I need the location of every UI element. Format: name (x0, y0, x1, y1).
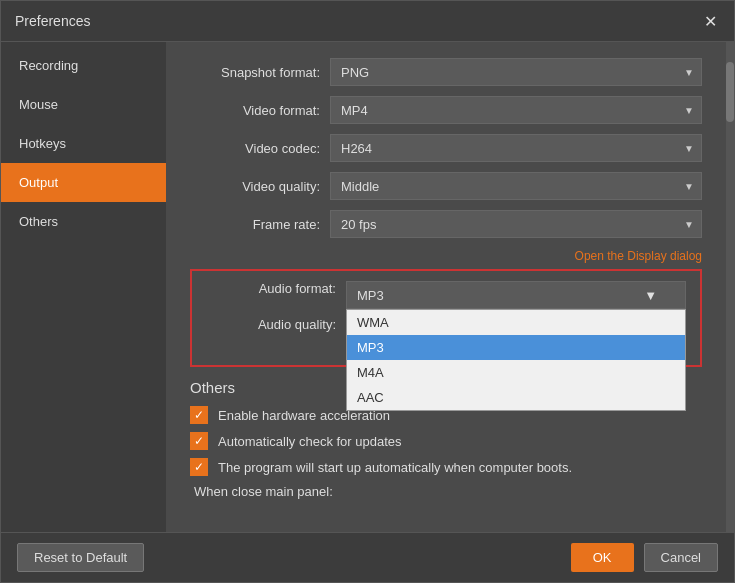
audio-quality-label: Audio quality: (206, 317, 336, 332)
video-format-select[interactable]: MP4 AVI MOV (330, 96, 702, 124)
when-close-row: When close main panel: (190, 484, 702, 499)
audio-format-dropdown-list: WMA MP3 M4A AAC (346, 309, 686, 411)
close-button[interactable]: ✕ (700, 11, 720, 31)
audio-option-m4a[interactable]: M4A (347, 360, 685, 385)
ok-button[interactable]: OK (571, 543, 634, 572)
ok-cancel-group: OK Cancel (571, 543, 718, 572)
snapshot-format-select[interactable]: PNG JPG BMP (330, 58, 702, 86)
audio-section: Audio format: MP3 ▼ WMA MP3 M4A AAC (190, 269, 702, 367)
video-format-row: Video format: MP4 AVI MOV ▼ (190, 96, 702, 124)
audio-option-wma[interactable]: WMA (347, 310, 685, 335)
frame-rate-wrapper: 15 fps 20 fps 30 fps ▼ (330, 210, 702, 238)
video-quality-wrapper: Low Middle High ▼ (330, 172, 702, 200)
auto-updates-label: Automatically check for updates (218, 434, 402, 449)
video-quality-row: Video quality: Low Middle High ▼ (190, 172, 702, 200)
sidebar-item-output[interactable]: Output (1, 163, 166, 202)
sidebar-item-recording[interactable]: Recording (1, 46, 166, 85)
title-bar: Preferences ✕ (1, 1, 734, 42)
reset-to-default-button[interactable]: Reset to Default (17, 543, 144, 572)
audio-format-label: Audio format: (206, 281, 336, 296)
audio-format-dropdown-container: MP3 ▼ WMA MP3 M4A AAC (346, 281, 686, 309)
scrollbar-thumb[interactable] (726, 62, 734, 122)
video-codec-label: Video codec: (190, 141, 320, 156)
snapshot-format-row: Snapshot format: PNG JPG BMP ▼ (190, 58, 702, 86)
cancel-button[interactable]: Cancel (644, 543, 718, 572)
dialog-title: Preferences (15, 13, 90, 29)
checkbox-hardware-accel[interactable]: ✓ (190, 406, 208, 424)
snapshot-format-wrapper: PNG JPG BMP ▼ (330, 58, 702, 86)
open-display-dialog-link[interactable]: Open the Display dialog (575, 249, 702, 263)
video-format-label: Video format: (190, 103, 320, 118)
audio-option-mp3[interactable]: MP3 (347, 335, 685, 360)
video-format-wrapper: MP4 AVI MOV ▼ (330, 96, 702, 124)
checkmark-icon: ✓ (194, 435, 204, 447)
open-display-dialog-row: Open the Display dialog (190, 248, 702, 263)
sidebar-item-mouse[interactable]: Mouse (1, 85, 166, 124)
video-codec-row: Video codec: H264 H265 ▼ (190, 134, 702, 162)
sidebar-item-hotkeys[interactable]: Hotkeys (1, 124, 166, 163)
checkbox-auto-start[interactable]: ✓ (190, 458, 208, 476)
checkmark-icon: ✓ (194, 461, 204, 473)
video-codec-select[interactable]: H264 H265 (330, 134, 702, 162)
audio-format-row: Audio format: MP3 ▼ WMA MP3 M4A AAC (206, 281, 686, 309)
video-quality-select[interactable]: Low Middle High (330, 172, 702, 200)
preferences-dialog: Preferences ✕ Recording Mouse Hotkeys Ou… (0, 0, 735, 583)
sidebar: Recording Mouse Hotkeys Output Others (1, 42, 166, 532)
checkmark-icon: ✓ (194, 409, 204, 421)
frame-rate-row: Frame rate: 15 fps 20 fps 30 fps ▼ (190, 210, 702, 238)
snapshot-format-label: Snapshot format: (190, 65, 320, 80)
auto-start-label: The program will start up automatically … (218, 460, 572, 475)
video-codec-wrapper: H264 H265 ▼ (330, 134, 702, 162)
video-quality-label: Video quality: (190, 179, 320, 194)
audio-format-value: MP3 (357, 288, 384, 303)
bottom-bar: Reset to Default OK Cancel (1, 532, 734, 582)
when-close-label: When close main panel: (194, 484, 333, 499)
scrollbar-track[interactable] (726, 42, 734, 532)
checkbox-row-auto-updates: ✓ Automatically check for updates (190, 432, 702, 450)
audio-format-arrow-icon: ▼ (644, 288, 657, 303)
checkbox-row-auto-start: ✓ The program will start up automaticall… (190, 458, 702, 476)
frame-rate-select[interactable]: 15 fps 20 fps 30 fps (330, 210, 702, 238)
content-area: Recording Mouse Hotkeys Output Others Sn… (1, 42, 734, 532)
audio-option-aac[interactable]: AAC (347, 385, 685, 410)
audio-format-dropdown-trigger[interactable]: MP3 ▼ (346, 281, 686, 309)
main-panel: Snapshot format: PNG JPG BMP ▼ Video for… (166, 42, 726, 532)
checkbox-auto-updates[interactable]: ✓ (190, 432, 208, 450)
sidebar-item-others[interactable]: Others (1, 202, 166, 241)
frame-rate-label: Frame rate: (190, 217, 320, 232)
